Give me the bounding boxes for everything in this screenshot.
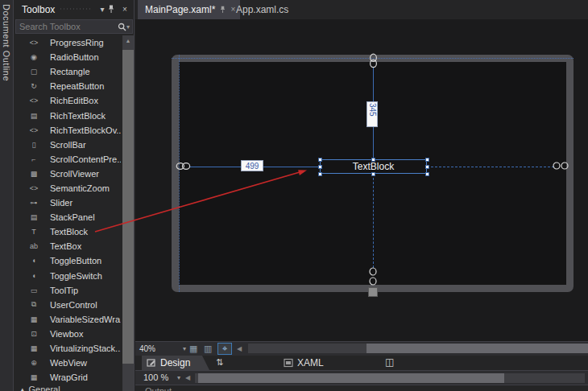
xaml-zoom-combo[interactable]: 100 % — [143, 372, 168, 382]
scrollbar-thumb[interactable] — [198, 373, 504, 383]
control-icon: ⌐ — [28, 155, 39, 163]
show-grid-icon[interactable]: ▦ — [189, 344, 197, 354]
toolbox-search-input[interactable] — [16, 22, 118, 31]
scrollbar-thumb[interactable] — [122, 50, 134, 364]
scroll-left-icon[interactable]: ◀ — [185, 374, 190, 381]
tab-app-xaml-cs[interactable]: App.xaml.cs — [228, 0, 296, 19]
control-icon: ◖ — [28, 257, 39, 265]
toolbox-item[interactable]: ⌐ ScrollContentPre... — [14, 152, 121, 167]
control-icon: <> — [28, 184, 39, 192]
toolbox-item[interactable]: ▭ ToolTip — [14, 283, 121, 298]
control-label: VirtualizingStack... — [50, 344, 121, 353]
toolbox-item[interactable]: ⧉ UserControl — [14, 298, 121, 312]
toolbox-item[interactable]: ↻ RepeatButton — [14, 79, 121, 93]
control-label: RadioButton — [50, 52, 99, 62]
selection-handle-se[interactable] — [425, 172, 429, 176]
anchor-right-unlocked-icon[interactable] — [553, 161, 569, 171]
control-icon: ▦ — [28, 373, 39, 381]
toolbox-titlebar[interactable]: Toolbox ▾ × — [14, 0, 134, 19]
control-icon: <> — [28, 126, 39, 134]
vs-window: Document Outline Toolbox ▾ × ▾ <> Progre… — [0, 0, 588, 391]
control-label: VariableSizedWra... — [50, 315, 121, 324]
selection-handle-n[interactable] — [371, 158, 375, 162]
toolbox-scrollbar[interactable]: ▲ — [122, 35, 134, 391]
anchor-top-locked-icon[interactable] — [369, 53, 378, 68]
close-icon[interactable]: × — [119, 4, 130, 15]
design-tab-label: Design — [160, 357, 190, 368]
caret-down-icon[interactable]: ▾ — [177, 374, 180, 381]
control-icon: <> — [28, 39, 39, 47]
tab-design[interactable]: Design — [142, 356, 209, 370]
toolbox-item[interactable]: <> SemanticZoom — [14, 181, 121, 196]
window-position-icon[interactable]: ▾ — [97, 4, 108, 15]
output-panel-edge[interactable]: Output — [135, 385, 588, 391]
swap-views-icon[interactable]: ⇅ — [216, 357, 223, 368]
toolbox-item[interactable]: ▢ Rectangle — [14, 64, 121, 79]
toolbox-item[interactable]: ⊡ Viewbox — [14, 327, 121, 341]
selection-handle-s[interactable] — [371, 172, 375, 176]
designer-zoom-combo[interactable]: 40% ▾ — [139, 344, 186, 354]
toolbox-item[interactable]: ▦ VariableSizedWra... — [14, 312, 121, 327]
control-label: RichEditBox — [50, 96, 98, 105]
search-icon[interactable] — [118, 23, 126, 31]
bottom-margin-line — [373, 174, 374, 268]
xaml-view-icon — [284, 358, 293, 368]
control-label: ToggleSwitch — [50, 271, 102, 281]
scroll-up-icon[interactable]: ▲ — [122, 35, 134, 47]
control-label: WebView — [50, 358, 87, 368]
tab-xaml[interactable]: XAML — [284, 356, 324, 370]
toolbox-item[interactable]: ◉ RadioButton — [14, 50, 121, 64]
toolbox-item[interactable]: <> ProgressRing — [14, 35, 121, 50]
tab-label: MainPage.xaml* — [145, 4, 215, 15]
toolbox-item[interactable]: ▦ VirtualizingStack... — [14, 341, 121, 356]
scroll-left-icon[interactable]: ◀ — [237, 345, 242, 352]
selection-handle-w[interactable] — [318, 165, 322, 169]
toolbox-item[interactable]: ▯ ScrollBar — [14, 138, 121, 152]
xaml-h-scrollbar[interactable] — [195, 373, 585, 383]
toolbox-item[interactable]: ▦ WrapGrid — [14, 370, 121, 385]
toolbox-item[interactable]: ◖ ToggleButton — [14, 253, 121, 268]
anchor-left-locked-icon[interactable] — [176, 162, 191, 171]
scrollbar-thumb[interactable] — [366, 344, 588, 353]
drag-grip — [60, 7, 91, 11]
control-label: RichTextBlockOv... — [50, 126, 121, 135]
toolbox-item[interactable]: ◖ ToggleSwitch — [14, 269, 121, 283]
designer-h-scrollbar[interactable] — [248, 344, 588, 353]
control-label: SemanticZoom — [50, 183, 110, 193]
toolbox-item[interactable]: ab TextBox — [14, 239, 121, 253]
control-label: TextBlock — [50, 227, 88, 237]
sidebar-tab-document-outline[interactable]: Document Outline — [0, 0, 14, 391]
snap-grid-icon[interactable]: ▥ — [204, 344, 212, 354]
toolbox-item[interactable]: ⊶ Slider — [14, 196, 121, 210]
selection-handle-e[interactable] — [425, 165, 429, 169]
toolbox-item[interactable]: ▤ RichTextBlock — [14, 108, 121, 122]
selection-handle-ne[interactable] — [425, 158, 429, 162]
control-label: UserControl — [50, 300, 97, 310]
group-collapse-icon: ▴ — [20, 385, 25, 391]
tab-mainpage-xaml[interactable]: MainPage.xaml* × — [138, 0, 240, 19]
anchor-bottom-unlocked-icon[interactable] — [368, 267, 378, 287]
toolbox-group-general[interactable]: ▴ General — [14, 385, 121, 391]
toolbox-item[interactable]: ▩ ScrollViewer — [14, 167, 121, 181]
snaplines-toggle-icon[interactable]: ⌖ — [217, 343, 232, 355]
control-icon: ab — [28, 242, 39, 250]
pin-icon[interactable] — [108, 5, 119, 14]
toolbox-item[interactable]: <> RichTextBlockOv... — [14, 123, 121, 138]
toolbox-item[interactable]: <> RichEditBox — [14, 93, 121, 108]
control-label: ScrollContentPre... — [50, 154, 121, 164]
selection-handle-sw[interactable] — [318, 172, 322, 176]
caret-down-icon: ▾ — [183, 345, 186, 352]
designer-zoom-value: 40% — [139, 344, 155, 353]
design-surface[interactable]: 499 345 TextBlock — [135, 19, 588, 341]
tab-pin-icon[interactable] — [220, 6, 226, 14]
search-caret-icon[interactable]: ▾ — [126, 23, 132, 31]
selection-handle-nw[interactable] — [318, 158, 322, 162]
toolbox-item[interactable]: T TextBlock — [14, 224, 121, 239]
toolbox-item[interactable]: ⊕ WebView — [14, 356, 121, 370]
resize-handle-bottom[interactable] — [368, 287, 378, 297]
control-icon: ▤ — [28, 213, 39, 221]
control-label: RichTextBlock — [50, 111, 106, 121]
split-pane-icon[interactable]: ◫ — [385, 356, 394, 368]
control-label: StackPanel — [50, 212, 95, 222]
toolbox-item[interactable]: ▤ StackPanel — [14, 210, 121, 224]
